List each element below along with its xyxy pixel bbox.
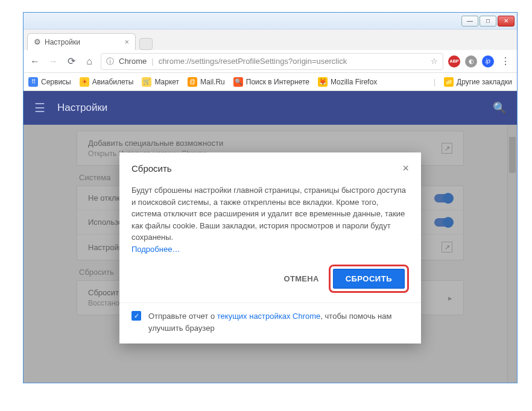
cancel-button[interactable]: ОТМЕНА [283,274,318,283]
extension-icon[interactable]: ◐ [465,55,477,67]
content-area: Добавить специальные возможности Открыть… [24,125,517,383]
highlight-annotation: СБРОСИТЬ [329,265,409,293]
new-tab-button[interactable] [139,38,153,50]
reset-button[interactable]: СБРОСИТЬ [333,269,405,289]
info-icon: ⓘ [106,56,114,67]
url-scheme: Chrome [119,57,147,66]
tab-settings[interactable]: ⚙ Настройки × [27,33,136,50]
tab-close-icon[interactable]: × [124,37,129,46]
search-icon[interactable]: 🔍 [493,101,506,115]
browser-toolbar: ← → ⟳ ⌂ ⓘ Chrome | chrome://settings/res… [24,50,517,73]
window-minimize-button[interactable]: — [461,16,478,27]
report-text: Отправьте отчет о текущих настройках Chr… [148,310,409,334]
report-link[interactable]: текущих настройках Chrome [217,312,321,321]
address-bar[interactable]: ⓘ Chrome | chrome://settings/resetProfil… [101,53,443,70]
extension-abp-icon[interactable]: ABP [448,55,460,67]
browser-tabstrip: ⚙ Настройки × [24,30,517,50]
bookmark-star-icon[interactable]: ☆ [431,57,438,66]
gear-icon: ⚙ [34,37,41,46]
reset-dialog: Сбросить × Будут сброшены настройки глав… [119,152,421,344]
other-bookmarks[interactable]: 📁Другие закладки [444,77,512,87]
settings-header: ☰ Настройки 🔍 [24,91,517,125]
menu-button[interactable]: ⋮ [499,55,512,68]
url-text: chrome://settings/resetProfileSettings?o… [159,57,426,66]
forward-button[interactable]: → [46,55,60,68]
bookmark-mail[interactable]: @Mail.Ru [188,77,225,87]
window-maximize-button[interactable]: □ [480,16,496,27]
bookmark-firefox[interactable]: 🦊Mozilla Firefox [318,77,377,87]
window-frame: — □ ✕ ⚙ Настройки × ← → ⟳ ⌂ ⓘ Chrome | c… [23,12,518,383]
bookmark-services[interactable]: ⠿Сервисы [28,77,71,87]
home-button[interactable]: ⌂ [83,55,96,68]
learn-more-link[interactable]: Подробнее… [131,245,180,254]
close-icon[interactable]: × [402,162,409,175]
tab-title: Настройки [45,38,80,46]
window-close-button[interactable]: ✕ [498,16,515,27]
dialog-body-text: Будут сброшены настройки главной страниц… [131,186,406,242]
bookmark-air[interactable]: ✈Авиабилеты [80,77,134,87]
bookmarks-bar: ⠿Сервисы ✈Авиабилеты 🛒Маркет @Mail.Ru 🔍П… [24,73,517,91]
reload-button[interactable]: ⟳ [65,55,78,68]
report-checkbox[interactable]: ✓ [131,311,141,321]
bookmark-market[interactable]: 🛒Маркет [142,77,179,87]
page-title: Настройки [57,102,107,114]
back-button[interactable]: ← [28,55,42,68]
hamburger-icon[interactable]: ☰ [34,101,45,115]
window-titlebar: — □ ✕ [24,13,517,30]
extension-icon[interactable]: ip [482,55,494,67]
bookmark-search[interactable]: 🔍Поиск в Интернете [233,77,309,87]
dialog-title: Сбросить [131,163,172,174]
